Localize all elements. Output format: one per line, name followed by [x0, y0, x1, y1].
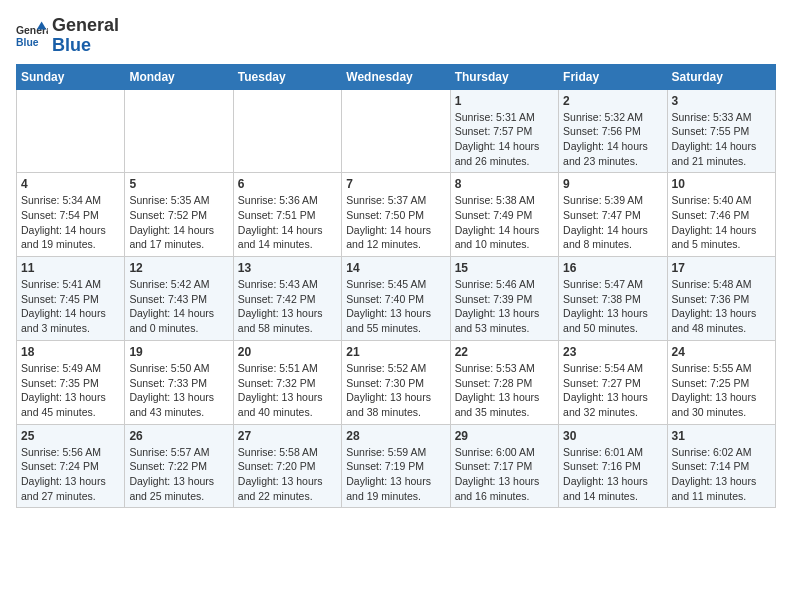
calendar-cell: 3Sunrise: 5:33 AMSunset: 7:55 PMDaylight… [667, 89, 775, 173]
day-number: 20 [238, 345, 337, 359]
calendar-cell: 20Sunrise: 5:51 AMSunset: 7:32 PMDayligh… [233, 340, 341, 424]
calendar-cell: 21Sunrise: 5:52 AMSunset: 7:30 PMDayligh… [342, 340, 450, 424]
calendar-cell: 28Sunrise: 5:59 AMSunset: 7:19 PMDayligh… [342, 424, 450, 508]
calendar-cell: 13Sunrise: 5:43 AMSunset: 7:42 PMDayligh… [233, 257, 341, 341]
day-number: 5 [129, 177, 228, 191]
day-number: 6 [238, 177, 337, 191]
day-number: 8 [455, 177, 554, 191]
day-number: 17 [672, 261, 771, 275]
day-number: 28 [346, 429, 445, 443]
day-info: Sunrise: 5:35 AMSunset: 7:52 PMDaylight:… [129, 193, 228, 252]
day-info: Sunrise: 5:39 AMSunset: 7:47 PMDaylight:… [563, 193, 662, 252]
calendar-cell [17, 89, 125, 173]
calendar-cell: 4Sunrise: 5:34 AMSunset: 7:54 PMDaylight… [17, 173, 125, 257]
day-info: Sunrise: 5:57 AMSunset: 7:22 PMDaylight:… [129, 445, 228, 504]
day-number: 25 [21, 429, 120, 443]
week-row-5: 25Sunrise: 5:56 AMSunset: 7:24 PMDayligh… [17, 424, 776, 508]
calendar-cell: 31Sunrise: 6:02 AMSunset: 7:14 PMDayligh… [667, 424, 775, 508]
weekday-header-friday: Friday [559, 64, 667, 89]
calendar-cell: 19Sunrise: 5:50 AMSunset: 7:33 PMDayligh… [125, 340, 233, 424]
day-info: Sunrise: 5:54 AMSunset: 7:27 PMDaylight:… [563, 361, 662, 420]
day-number: 24 [672, 345, 771, 359]
day-number: 7 [346, 177, 445, 191]
day-info: Sunrise: 6:01 AMSunset: 7:16 PMDaylight:… [563, 445, 662, 504]
day-number: 26 [129, 429, 228, 443]
calendar-table: SundayMondayTuesdayWednesdayThursdayFrid… [16, 64, 776, 509]
day-info: Sunrise: 5:40 AMSunset: 7:46 PMDaylight:… [672, 193, 771, 252]
calendar-cell: 23Sunrise: 5:54 AMSunset: 7:27 PMDayligh… [559, 340, 667, 424]
calendar-cell: 6Sunrise: 5:36 AMSunset: 7:51 PMDaylight… [233, 173, 341, 257]
day-info: Sunrise: 5:46 AMSunset: 7:39 PMDaylight:… [455, 277, 554, 336]
day-number: 1 [455, 94, 554, 108]
calendar-cell: 5Sunrise: 5:35 AMSunset: 7:52 PMDaylight… [125, 173, 233, 257]
weekday-header-saturday: Saturday [667, 64, 775, 89]
day-number: 16 [563, 261, 662, 275]
week-row-3: 11Sunrise: 5:41 AMSunset: 7:45 PMDayligh… [17, 257, 776, 341]
day-info: Sunrise: 5:33 AMSunset: 7:55 PMDaylight:… [672, 110, 771, 169]
calendar-cell: 15Sunrise: 5:46 AMSunset: 7:39 PMDayligh… [450, 257, 558, 341]
day-info: Sunrise: 5:43 AMSunset: 7:42 PMDaylight:… [238, 277, 337, 336]
day-number: 29 [455, 429, 554, 443]
calendar-cell: 29Sunrise: 6:00 AMSunset: 7:17 PMDayligh… [450, 424, 558, 508]
page-header: General Blue General Blue [16, 16, 776, 56]
day-info: Sunrise: 5:55 AMSunset: 7:25 PMDaylight:… [672, 361, 771, 420]
calendar-cell: 8Sunrise: 5:38 AMSunset: 7:49 PMDaylight… [450, 173, 558, 257]
week-row-4: 18Sunrise: 5:49 AMSunset: 7:35 PMDayligh… [17, 340, 776, 424]
day-info: Sunrise: 5:51 AMSunset: 7:32 PMDaylight:… [238, 361, 337, 420]
week-row-2: 4Sunrise: 5:34 AMSunset: 7:54 PMDaylight… [17, 173, 776, 257]
calendar-cell: 25Sunrise: 5:56 AMSunset: 7:24 PMDayligh… [17, 424, 125, 508]
day-number: 13 [238, 261, 337, 275]
day-info: Sunrise: 5:59 AMSunset: 7:19 PMDaylight:… [346, 445, 445, 504]
day-info: Sunrise: 5:32 AMSunset: 7:56 PMDaylight:… [563, 110, 662, 169]
day-info: Sunrise: 5:45 AMSunset: 7:40 PMDaylight:… [346, 277, 445, 336]
day-info: Sunrise: 5:34 AMSunset: 7:54 PMDaylight:… [21, 193, 120, 252]
calendar-cell: 14Sunrise: 5:45 AMSunset: 7:40 PMDayligh… [342, 257, 450, 341]
weekday-header-tuesday: Tuesday [233, 64, 341, 89]
day-info: Sunrise: 5:56 AMSunset: 7:24 PMDaylight:… [21, 445, 120, 504]
day-number: 9 [563, 177, 662, 191]
calendar-cell [125, 89, 233, 173]
calendar-cell: 7Sunrise: 5:37 AMSunset: 7:50 PMDaylight… [342, 173, 450, 257]
logo-icon: General Blue [16, 20, 48, 52]
day-number: 19 [129, 345, 228, 359]
day-number: 15 [455, 261, 554, 275]
day-number: 21 [346, 345, 445, 359]
calendar-cell: 16Sunrise: 5:47 AMSunset: 7:38 PMDayligh… [559, 257, 667, 341]
calendar-cell: 9Sunrise: 5:39 AMSunset: 7:47 PMDaylight… [559, 173, 667, 257]
weekday-header-thursday: Thursday [450, 64, 558, 89]
day-info: Sunrise: 5:41 AMSunset: 7:45 PMDaylight:… [21, 277, 120, 336]
calendar-cell: 22Sunrise: 5:53 AMSunset: 7:28 PMDayligh… [450, 340, 558, 424]
day-number: 11 [21, 261, 120, 275]
day-number: 27 [238, 429, 337, 443]
day-number: 22 [455, 345, 554, 359]
day-info: Sunrise: 5:52 AMSunset: 7:30 PMDaylight:… [346, 361, 445, 420]
day-number: 12 [129, 261, 228, 275]
day-number: 10 [672, 177, 771, 191]
weekday-header-wednesday: Wednesday [342, 64, 450, 89]
day-info: Sunrise: 5:31 AMSunset: 7:57 PMDaylight:… [455, 110, 554, 169]
day-info: Sunrise: 5:37 AMSunset: 7:50 PMDaylight:… [346, 193, 445, 252]
calendar-cell: 27Sunrise: 5:58 AMSunset: 7:20 PMDayligh… [233, 424, 341, 508]
calendar-cell: 18Sunrise: 5:49 AMSunset: 7:35 PMDayligh… [17, 340, 125, 424]
week-row-1: 1Sunrise: 5:31 AMSunset: 7:57 PMDaylight… [17, 89, 776, 173]
day-number: 23 [563, 345, 662, 359]
day-number: 14 [346, 261, 445, 275]
calendar-cell [233, 89, 341, 173]
day-info: Sunrise: 6:00 AMSunset: 7:17 PMDaylight:… [455, 445, 554, 504]
calendar-cell: 24Sunrise: 5:55 AMSunset: 7:25 PMDayligh… [667, 340, 775, 424]
day-info: Sunrise: 5:38 AMSunset: 7:49 PMDaylight:… [455, 193, 554, 252]
day-info: Sunrise: 5:58 AMSunset: 7:20 PMDaylight:… [238, 445, 337, 504]
calendar-cell: 2Sunrise: 5:32 AMSunset: 7:56 PMDaylight… [559, 89, 667, 173]
day-info: Sunrise: 5:49 AMSunset: 7:35 PMDaylight:… [21, 361, 120, 420]
day-number: 30 [563, 429, 662, 443]
day-number: 2 [563, 94, 662, 108]
day-number: 3 [672, 94, 771, 108]
weekday-header-monday: Monday [125, 64, 233, 89]
day-info: Sunrise: 5:50 AMSunset: 7:33 PMDaylight:… [129, 361, 228, 420]
day-number: 18 [21, 345, 120, 359]
day-number: 31 [672, 429, 771, 443]
calendar-cell: 30Sunrise: 6:01 AMSunset: 7:16 PMDayligh… [559, 424, 667, 508]
day-info: Sunrise: 5:42 AMSunset: 7:43 PMDaylight:… [129, 277, 228, 336]
calendar-cell: 11Sunrise: 5:41 AMSunset: 7:45 PMDayligh… [17, 257, 125, 341]
calendar-cell: 10Sunrise: 5:40 AMSunset: 7:46 PMDayligh… [667, 173, 775, 257]
